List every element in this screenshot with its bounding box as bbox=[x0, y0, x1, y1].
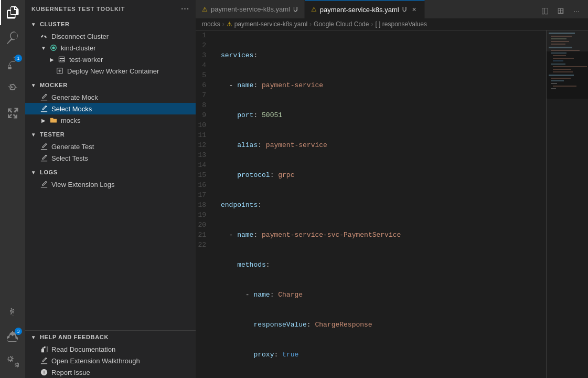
tab-active[interactable]: ⚠ payment-service-k8s.yaml U ✕ bbox=[305, 0, 425, 18]
cloud-icon[interactable]: 3 bbox=[0, 323, 25, 349]
source-control-icon[interactable]: 1 bbox=[0, 50, 25, 76]
activity-bar: 1 3 bbox=[0, 0, 25, 378]
sidebar: KUBERNETES TEST TOOLKIT ··· ▼ CLUSTER Di… bbox=[25, 0, 196, 378]
select-mocks-icon bbox=[40, 104, 48, 113]
tester-section-label: TESTER bbox=[40, 131, 65, 138]
kubernetes-icon[interactable] bbox=[0, 298, 25, 323]
line-num-16: 16 bbox=[202, 180, 215, 190]
sidebar-item-report-issue[interactable]: Report Issue bbox=[25, 366, 196, 378]
split-editor-icon[interactable] bbox=[538, 4, 552, 18]
report-issue-label: Report Issue bbox=[51, 369, 90, 376]
logs-section-header[interactable]: ▼ LOGS bbox=[25, 166, 196, 178]
line-num-4: 4 bbox=[202, 60, 215, 70]
code-line-1: services: bbox=[221, 50, 546, 60]
sidebar-item-select-mocks[interactable]: Select Mocks bbox=[25, 103, 196, 114]
sidebar-title: KUBERNETES TEST TOOLKIT ··· bbox=[25, 0, 196, 18]
code-content[interactable]: services: - name: payment-service port: … bbox=[219, 30, 546, 378]
breadcrumb-file[interactable]: ⚠ bbox=[227, 20, 232, 28]
read-docs-label: Read Documentation bbox=[51, 345, 115, 353]
line-num-20: 20 bbox=[202, 220, 215, 230]
tab-warning-icon: ⚠ bbox=[202, 6, 208, 13]
line-num-6: 6 bbox=[202, 80, 215, 90]
sidebar-item-disconnect-cluster[interactable]: Disconnect Cluster bbox=[25, 30, 196, 42]
activity-bar-top: 1 bbox=[0, 0, 25, 126]
line-num-22: 22 bbox=[202, 240, 215, 250]
select-tests-label: Select Tests bbox=[51, 154, 88, 162]
sidebar-item-generate-mock[interactable]: Generate Mock bbox=[25, 91, 196, 103]
sidebar-item-deploy-worker[interactable]: Deploy New Worker Container bbox=[25, 65, 196, 77]
line-num-14: 14 bbox=[202, 160, 215, 170]
line-num-12: 12 bbox=[202, 140, 215, 150]
kind-cluster-icon bbox=[49, 44, 58, 52]
help-section-label: HELP AND FEEDBACK bbox=[40, 334, 109, 340]
tester-section-header[interactable]: ▼ TESTER bbox=[25, 128, 196, 141]
view-logs-icon bbox=[40, 180, 48, 188]
help-section-header[interactable]: ▼ HELP AND FEEDBACK bbox=[25, 331, 196, 343]
breadcrumb-response[interactable]: [ ] responseValues bbox=[375, 20, 427, 28]
activity-bar-bottom: 3 bbox=[0, 298, 25, 378]
generate-mock-icon bbox=[40, 93, 48, 101]
editor-area: ⚠ payment-service-k8s.yaml U ⚠ payment-s… bbox=[196, 0, 588, 378]
code-line-10: responseValue: ChargeResponse bbox=[221, 320, 546, 330]
line-num-3: 3 bbox=[202, 50, 215, 60]
run-icon[interactable] bbox=[0, 76, 25, 101]
sidebar-item-view-logs[interactable]: View Extension Logs bbox=[25, 178, 196, 190]
code-line-7: - name: payment-service-svc-PaymentServi… bbox=[221, 230, 546, 240]
line-num-8: 8 bbox=[202, 100, 215, 110]
mocker-section-label: MOCKER bbox=[40, 82, 68, 88]
mocks-folder-label: mocks bbox=[61, 117, 81, 124]
more-actions-icon[interactable]: ··· bbox=[569, 4, 584, 18]
settings-icon[interactable] bbox=[0, 349, 25, 374]
sidebar-item-kind-cluster[interactable]: ▼ kind-cluster bbox=[25, 42, 196, 54]
line-num-13: 13 bbox=[202, 150, 215, 160]
kind-cluster-label: kind-cluster bbox=[61, 44, 95, 52]
disconnect-cluster-label: Disconnect Cluster bbox=[51, 33, 109, 40]
line-num-11: 11 bbox=[202, 130, 215, 140]
read-docs-icon bbox=[40, 345, 48, 353]
line-num-19: 19 bbox=[202, 210, 215, 220]
walkthrough-icon bbox=[40, 356, 48, 365]
sidebar-item-select-tests[interactable]: Select Tests bbox=[25, 152, 196, 164]
line-num-2: 2 bbox=[202, 40, 215, 50]
mocker-section-header[interactable]: ▼ MOCKER bbox=[25, 79, 196, 91]
breadcrumb-file-label[interactable]: payment-service-k8s.yaml bbox=[234, 20, 307, 28]
deploy-worker-label: Deploy New Worker Container bbox=[67, 67, 159, 75]
line-num-21: 21 bbox=[202, 230, 215, 240]
breadcrumb-mocks[interactable]: mocks bbox=[202, 20, 220, 28]
logs-section-label: LOGS bbox=[40, 169, 58, 175]
sidebar-item-open-walkthrough[interactable]: Open Extension Walkthrough bbox=[25, 355, 196, 366]
code-line-3: port: 50051 bbox=[221, 110, 546, 120]
test-worker-label: test-worker bbox=[69, 56, 103, 64]
cluster-section-header[interactable]: ▼ CLUSTER bbox=[25, 18, 196, 30]
tab-active-modified: U bbox=[402, 6, 407, 13]
sidebar-item-mocks-folder[interactable]: ▶ mocks bbox=[25, 114, 196, 126]
code-line-8: methods: bbox=[221, 260, 546, 270]
code-line-4: alias: payment-service bbox=[221, 140, 546, 150]
generate-test-label: Generate Test bbox=[51, 143, 94, 151]
tab-inactive[interactable]: ⚠ payment-service-k8s.yaml U bbox=[196, 0, 305, 18]
cluster-section-label: CLUSTER bbox=[40, 21, 70, 27]
line-num-15: 15 bbox=[202, 170, 215, 180]
code-line-9: - name: Charge bbox=[221, 290, 546, 300]
minimap-svg bbox=[547, 30, 588, 240]
sidebar-item-test-worker[interactable]: ▶ test-worker bbox=[25, 54, 196, 65]
tab-close-button[interactable]: ✕ bbox=[410, 5, 418, 14]
explorer-icon[interactable] bbox=[0, 0, 25, 25]
sidebar-dots[interactable]: ··· bbox=[181, 4, 189, 14]
sidebar-title-text: KUBERNETES TEST TOOLKIT bbox=[31, 6, 125, 12]
extensions-icon[interactable] bbox=[0, 101, 25, 126]
line-num-5: 5 bbox=[202, 70, 215, 80]
search-icon[interactable] bbox=[0, 25, 25, 50]
test-worker-icon bbox=[58, 55, 66, 64]
layout-icon[interactable] bbox=[553, 4, 568, 18]
report-icon bbox=[40, 368, 48, 376]
breadcrumb-gcloud[interactable]: Google Cloud Code bbox=[314, 20, 369, 28]
test-worker-chevron: ▶ bbox=[48, 57, 56, 62]
sidebar-item-generate-test[interactable]: Generate Test bbox=[25, 141, 196, 152]
cluster-chevron: ▼ bbox=[29, 20, 38, 28]
svg-point-1 bbox=[52, 46, 55, 49]
mocks-folder-icon bbox=[49, 116, 58, 124]
help-chevron: ▼ bbox=[29, 333, 38, 341]
sidebar-item-read-docs[interactable]: Read Documentation bbox=[25, 343, 196, 355]
breadcrumb: mocks › ⚠ payment-service-k8s.yaml › Goo… bbox=[196, 18, 588, 30]
